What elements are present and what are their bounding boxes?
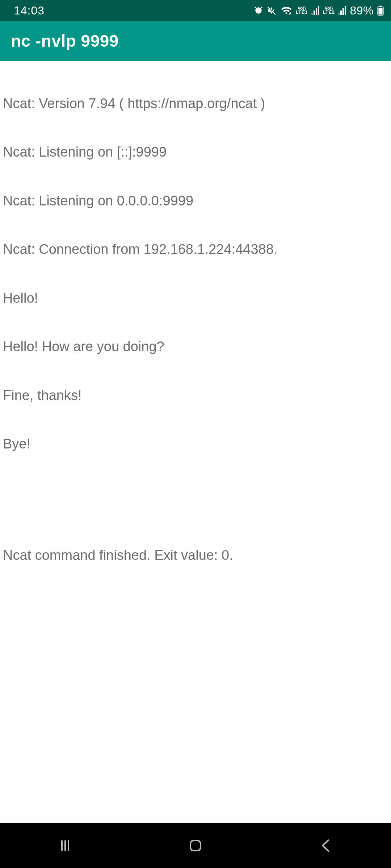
terminal-line: Ncat: Listening on [::]:9999 xyxy=(3,144,388,160)
terminal-line: Hello! How are you doing? xyxy=(3,339,388,355)
svg-rect-6 xyxy=(190,841,201,851)
status-time: 14:03 xyxy=(14,4,45,17)
navigation-bar xyxy=(0,823,391,868)
app-bar: nc -nvlp 9999 xyxy=(0,21,391,61)
signal1-icon xyxy=(311,6,319,15)
terminal-line: Hello! xyxy=(3,290,388,306)
terminal-line: Fine, thanks! xyxy=(3,387,388,404)
signal2-icon xyxy=(338,6,346,15)
volte2-icon: Vo)) LTE2 xyxy=(323,7,335,14)
volte1-icon: Vo)) LTE1 xyxy=(296,7,308,14)
terminal-blank xyxy=(3,485,388,515)
app-title: nc -nvlp 9999 xyxy=(11,31,119,51)
terminal-line: Ncat: Listening on 0.0.0.0:9999 xyxy=(3,193,388,209)
home-button[interactable] xyxy=(159,831,232,860)
back-button[interactable] xyxy=(290,831,362,860)
svg-rect-1 xyxy=(379,6,382,7)
alarm-icon xyxy=(254,6,263,15)
battery-percent: 89% xyxy=(350,4,374,17)
terminal-footer: Ncat command finished. Exit value: 0. xyxy=(3,547,388,563)
recent-apps-button[interactable] xyxy=(29,831,101,860)
battery-icon xyxy=(377,5,384,16)
terminal-line: Ncat: Connection from 192.168.1.224:4438… xyxy=(3,241,388,258)
svg-rect-2 xyxy=(378,8,382,14)
wifi-icon xyxy=(281,6,292,15)
status-icons: Vo)) LTE1 Vo)) LTE2 89% xyxy=(254,4,384,17)
terminal-output[interactable]: Ncat: Version 7.94 ( https://nmap.org/nc… xyxy=(0,61,391,823)
status-bar: 14:03 Vo)) LTE1 Vo)) LTE2 xyxy=(0,0,391,21)
terminal-line: Bye! xyxy=(3,436,388,452)
mute-icon xyxy=(267,5,277,16)
terminal-line: Ncat: Version 7.94 ( https://nmap.org/nc… xyxy=(3,95,388,112)
